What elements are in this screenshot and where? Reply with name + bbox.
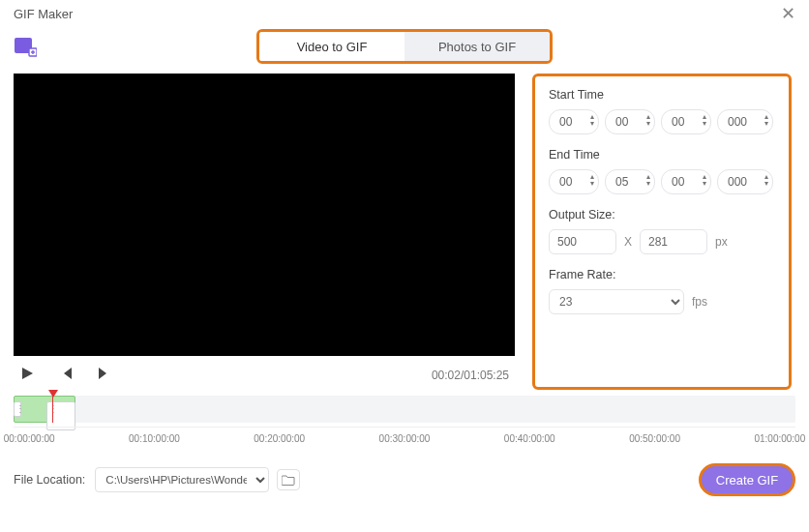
browse-folder-button[interactable] — [277, 469, 300, 490]
stepper-arrows-icon[interactable]: ▴▾ — [590, 113, 594, 127]
close-icon[interactable]: ✕ — [781, 3, 795, 24]
file-location-label: File Location: — [14, 473, 85, 487]
stepper-arrows-icon[interactable]: ▴▾ — [703, 113, 706, 127]
stepper-arrows-icon[interactable]: ▴▾ — [764, 173, 768, 187]
stepper-arrows-icon[interactable]: ▴▾ — [764, 113, 768, 127]
footer: File Location: C:\Users\HP\Pictures\Wond… — [0, 450, 809, 496]
tab-group: Video to GIF Photos to GIF — [256, 29, 553, 64]
tick-label: 00:20:00:00 — [254, 433, 305, 444]
folder-icon — [282, 474, 295, 486]
app-logo-icon — [14, 36, 37, 57]
start-time-label: Start Time — [549, 88, 775, 102]
tab-video-to-gif[interactable]: Video to GIF — [259, 32, 404, 61]
tick-label: 01:00:00:00 — [754, 433, 805, 444]
playback-controls: 00:02/01:05:25 — [14, 356, 515, 390]
playhead-icon[interactable] — [48, 390, 58, 398]
tick-label: 00:50:00:00 — [629, 433, 680, 444]
end-ms-stepper[interactable]: 000▴▾ — [717, 169, 773, 194]
titlebar: GIF Maker ✕ — [0, 0, 809, 27]
timeline-track[interactable] — [14, 396, 795, 423]
settings-panel: Start Time 00▴▾ 00▴▾ 00▴▾ 000▴▾ End Time… — [532, 74, 792, 390]
tab-label: Video to GIF — [297, 40, 368, 54]
size-sep: X — [624, 235, 632, 249]
size-unit: px — [715, 235, 728, 249]
frame-rate-label: Frame Rate: — [549, 268, 775, 281]
end-mm-stepper[interactable]: 05▴▾ — [605, 169, 655, 194]
start-hh-stepper[interactable]: 00▴▾ — [549, 109, 599, 134]
create-gif-button[interactable]: Create GIF — [699, 463, 795, 496]
tick-label: 00:00:00:00 — [4, 433, 55, 444]
tab-label: Photos to GIF — [438, 40, 516, 54]
stepper-arrows-icon[interactable]: ▴▾ — [646, 113, 650, 127]
stepper-arrows-icon[interactable]: ▴▾ — [590, 173, 594, 187]
start-ms-stepper[interactable]: 000▴▾ — [717, 109, 773, 134]
timeline-selection[interactable] — [14, 396, 75, 423]
output-height-input[interactable] — [640, 229, 707, 254]
header-row: Video to GIF Photos to GIF — [0, 27, 809, 66]
fps-unit: fps — [692, 295, 707, 309]
end-hh-stepper[interactable]: 00▴▾ — [549, 169, 599, 194]
stepper-arrows-icon[interactable]: ▴▾ — [646, 173, 650, 187]
start-mm-stepper[interactable]: 00▴▾ — [605, 109, 655, 134]
timeline: 00:00:00:00 00:10:00:00 00:20:00:00 00:3… — [0, 390, 809, 450]
video-preview — [14, 74, 515, 356]
next-icon[interactable] — [97, 366, 114, 384]
tick-label: 00:40:00:00 — [504, 433, 555, 444]
tick-label: 00:10:00:00 — [129, 433, 180, 444]
start-ss-stepper[interactable]: 00▴▾ — [661, 109, 711, 134]
output-width-input[interactable] — [549, 229, 616, 254]
stepper-arrows-icon[interactable]: ▴▾ — [703, 173, 706, 187]
tick-label: 00:30:00:00 — [379, 433, 431, 444]
end-time-label: End Time — [549, 148, 775, 162]
tab-photos-to-gif[interactable]: Photos to GIF — [404, 32, 550, 61]
selection-handle-left[interactable] — [14, 401, 21, 417]
playback-timecode: 00:02/01:05:25 — [432, 369, 509, 382]
frame-rate-select[interactable]: 23 — [549, 289, 684, 314]
end-ss-stepper[interactable]: 00▴▾ — [661, 169, 711, 194]
output-size-label: Output Size: — [549, 208, 775, 222]
prev-icon[interactable] — [58, 366, 75, 384]
playhead-line — [52, 396, 53, 423]
window-title: GIF Maker — [14, 7, 73, 21]
file-location-select[interactable]: C:\Users\HP\Pictures\Wondersh — [95, 467, 269, 492]
timeline-ticks: 00:00:00:00 00:10:00:00 00:20:00:00 00:3… — [14, 427, 795, 450]
play-icon[interactable] — [19, 366, 37, 384]
